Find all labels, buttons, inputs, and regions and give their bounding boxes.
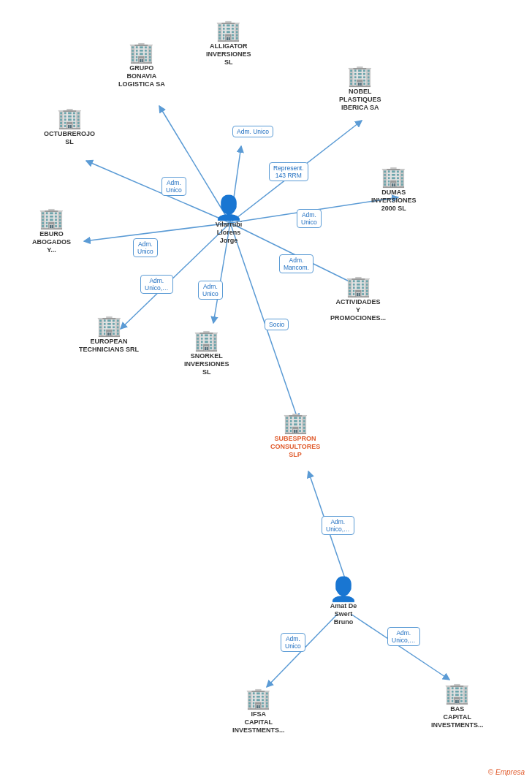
- node-snorkel[interactable]: 🏢 SNORKEL INVERSIONES SL: [184, 330, 229, 376]
- building-icon-snorkel: 🏢: [194, 330, 219, 351]
- rel-box-adm4[interactable]: Adm.Unico,…: [140, 275, 173, 294]
- node-amat[interactable]: 👤 Amat De Swert Bruno: [329, 577, 358, 626]
- label-amat: Amat De Swert Bruno: [330, 602, 357, 626]
- label-actividades: ACTIVIDADES Y PROMOCIONES...: [330, 298, 386, 322]
- copyright: © Empresa: [488, 768, 525, 776]
- node-octubrerojo[interactable]: 🏢 OCTUBREROJO SL: [44, 108, 95, 146]
- node-bas[interactable]: 🏢 BAS CAPITAL INVESTMENTS...: [431, 683, 484, 729]
- label-alligator: ALLIGATOR INVERSIONES SL: [206, 42, 251, 66]
- label-vilarrubi: Vilarrubi Llorens Jorge: [216, 221, 242, 244]
- building-icon-subespron: 🏢: [283, 413, 308, 433]
- network-diagram: 🏢 ALLIGATOR INVERSIONES SL 🏢 GRUPO BONAV…: [0, 0, 532, 782]
- label-ifsa: IFSA CAPITAL INVESTMENTS...: [232, 710, 285, 734]
- svg-line-5: [84, 223, 230, 241]
- building-icon-alligator: 🏢: [216, 20, 241, 41]
- node-ifsa[interactable]: 🏢 IFSA CAPITAL INVESTMENTS...: [232, 688, 285, 734]
- node-dumas[interactable]: 🏢 DUMAS INVERSIONES 2000 SL: [371, 167, 417, 212]
- person-icon-vilarrubi: 👤: [214, 196, 243, 219]
- building-icon-dumas: 🏢: [381, 167, 406, 187]
- label-european: EUROPEAN TECHNICIANS SRL: [79, 338, 139, 354]
- label-subespron: SUBESPRON CONSULTORES SLP: [270, 435, 320, 458]
- label-eburo: EBURO ABOGADOS Y...: [32, 230, 71, 254]
- building-icon-actividades: 🏢: [346, 276, 371, 297]
- label-octubrerojo: OCTUBREROJO SL: [44, 130, 95, 146]
- person-icon-amat: 👤: [329, 577, 358, 601]
- rel-box-socio[interactable]: Socio: [265, 319, 289, 330]
- label-nobel: NOBEL PLASTIQUES IBERICA SA: [339, 88, 381, 111]
- building-icon-grupo-bonavia: 🏢: [129, 42, 154, 63]
- label-dumas: DUMAS INVERSIONES 2000 SL: [371, 189, 417, 212]
- node-eburo[interactable]: 🏢 EBURO ABOGADOS Y...: [32, 208, 71, 254]
- rel-box-adm10[interactable]: Adm.Unico,…: [387, 627, 420, 646]
- node-subespron[interactable]: 🏢 SUBESPRON CONSULTORES SLP: [270, 413, 320, 458]
- node-grupo-bonavia[interactable]: 🏢 GRUPO BONAVIA LOGISTICA SA: [118, 42, 165, 88]
- rel-box-adm1[interactable]: Adm. Unico: [232, 126, 273, 137]
- node-european[interactable]: 🏢 EUROPEAN TECHNICIANS SRL: [79, 316, 139, 354]
- rel-box-adm2[interactable]: Adm.Unico: [162, 177, 186, 196]
- rel-box-adm3[interactable]: Adm.Unico: [133, 238, 158, 257]
- building-icon-bas: 🏢: [444, 683, 470, 704]
- rel-box-adm9[interactable]: Adm.Unico: [281, 633, 305, 652]
- node-nobel[interactable]: 🏢 NOBEL PLASTIQUES IBERICA SA: [339, 66, 381, 111]
- label-bas: BAS CAPITAL INVESTMENTS...: [431, 705, 484, 729]
- building-icon-ifsa: 🏢: [246, 688, 271, 709]
- rel-box-adm7[interactable]: Adm.Mancom.: [279, 254, 314, 273]
- building-icon-eburo: 🏢: [39, 208, 64, 229]
- building-icon-octubrerojo: 🏢: [57, 108, 83, 129]
- node-alligator[interactable]: 🏢 ALLIGATOR INVERSIONES SL: [206, 20, 251, 66]
- label-snorkel: SNORKEL INVERSIONES SL: [184, 352, 229, 376]
- rel-box-adm5[interactable]: Adm.Unico: [198, 281, 223, 300]
- rel-box-adm6[interactable]: Adm.Unico: [297, 209, 322, 228]
- node-actividades[interactable]: 🏢 ACTIVIDADES Y PROMOCIONES...: [330, 276, 386, 322]
- building-icon-nobel: 🏢: [347, 66, 373, 86]
- rel-box-represent[interactable]: Represent.143 RRM: [269, 162, 308, 181]
- building-icon-european: 🏢: [96, 316, 122, 336]
- rel-box-adm8[interactable]: Adm.Unico,…: [322, 516, 354, 535]
- svg-line-3: [86, 161, 230, 223]
- node-vilarrubi[interactable]: 👤 Vilarrubi Llorens Jorge: [214, 196, 243, 244]
- svg-line-12: [351, 614, 449, 680]
- label-grupo-bonavia: GRUPO BONAVIA LOGISTICA SA: [118, 64, 165, 88]
